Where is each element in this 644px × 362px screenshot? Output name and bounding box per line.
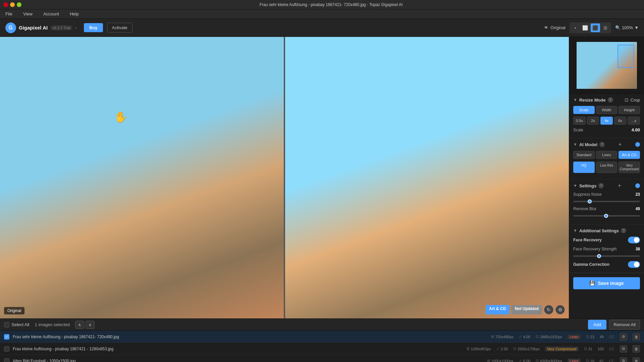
- remove-blur-slider[interactable]: [573, 215, 640, 217]
- scale-mode-btn[interactable]: Scale: [573, 106, 595, 114]
- original-toggle[interactable]: 👁 Original: [544, 25, 566, 30]
- settings-chevron[interactable]: ▼: [573, 183, 577, 188]
- lowres-quality-btn[interactable]: Low Res: [596, 162, 618, 173]
- canvas-left: ✋ Original: [0, 37, 284, 318]
- file-checkbox-1[interactable]: ✓: [4, 334, 9, 340]
- logo-area: G Gigapixel AI v6.3.3 Trial ›: [5, 22, 76, 33]
- menu-view[interactable]: View: [21, 11, 35, 17]
- file-row[interactable]: Frau kleine Auflösung - pixabay 1867421 …: [0, 343, 644, 355]
- header-right: 👁 Original ▪ ⬜ ⬛ ⊞ 🔍 100% ▼: [544, 22, 639, 33]
- file-checkbox-2[interactable]: [4, 346, 9, 352]
- artcg-model-btn[interactable]: Art & CG: [619, 151, 640, 159]
- panel-scroll[interactable]: ▼ Resize Mode ? ⊡ Crop Scale Width Heigh…: [569, 94, 644, 318]
- maximize-button[interactable]: [17, 2, 21, 7]
- scale-2: ⤢ 2.00: [496, 347, 508, 351]
- scale-custom-btn[interactable]: ...x: [628, 117, 640, 125]
- artcg-badge: Art & CG: [486, 305, 509, 314]
- menu-file[interactable]: File: [3, 11, 14, 17]
- settings-btn-1[interactable]: ⚙: [620, 333, 627, 341]
- face-recovery-strength-slider[interactable]: [573, 255, 640, 257]
- gamma-correction-label: Gamma Correction: [573, 262, 609, 267]
- collapse-btn[interactable]: ∧: [75, 321, 84, 329]
- suppress-noise-slider[interactable]: [573, 201, 640, 202]
- add-file-button[interactable]: Add: [588, 320, 606, 329]
- file-rows-container: ✓ Frau sehr kleine Auflösung - pixabay 1…: [0, 331, 644, 362]
- view-grid[interactable]: ⊞: [601, 23, 610, 32]
- ai-model-title: AI Model: [579, 142, 597, 147]
- title-text: Frau sehr kleine Auflösung - pixabay 186…: [21, 2, 641, 7]
- canvas-right: Art & CG Not Updated ↻ ⚙: [285, 37, 569, 318]
- model-badge-3: Lines: [568, 359, 580, 362]
- ai-model-chevron[interactable]: ▼: [573, 142, 577, 147]
- remove-blur-row: Remove Blur 49: [573, 206, 640, 218]
- scale-2x-btn[interactable]: 2x: [587, 117, 599, 125]
- menu-help[interactable]: Help: [68, 11, 81, 17]
- scale-4x-btn[interactable]: 4x: [600, 117, 613, 125]
- view-split-h[interactable]: ⬛: [591, 23, 600, 32]
- remove-blur-label-row: Remove Blur 49: [573, 206, 640, 211]
- file-list-area: Select All 1 images selected ∧ ∨ Add Rem…: [0, 318, 644, 362]
- ai-model-add-icon[interactable]: +: [619, 141, 622, 147]
- additional-chevron[interactable]: ▼: [573, 228, 577, 233]
- resize-help-icon[interactable]: ?: [608, 97, 613, 103]
- settings-title: Settings: [579, 183, 596, 188]
- select-all-checkbox[interactable]: Select All: [4, 322, 29, 327]
- hq-quality-btn[interactable]: HQ: [573, 162, 595, 173]
- buy-button[interactable]: Buy: [84, 23, 103, 32]
- save-image-button[interactable]: 💾 Save Image: [573, 277, 640, 289]
- standard-model-btn[interactable]: Standard: [573, 151, 595, 159]
- vcompressed-quality-btn[interactable]: Very Compressed: [619, 162, 640, 173]
- menu-account[interactable]: Account: [41, 11, 61, 17]
- close-button[interactable]: [3, 2, 8, 7]
- file-name-3: Altes Bild Fussball - 1050x1500.jpg: [13, 359, 484, 362]
- settings-add-icon[interactable]: +: [618, 183, 621, 189]
- ai-model-help-icon[interactable]: ?: [599, 142, 605, 147]
- canvas-area: ✋ Original Art & CG Not Updated ↻ ⚙: [0, 37, 569, 318]
- additional-help-icon[interactable]: ?: [621, 228, 626, 233]
- expand-btn[interactable]: ∨: [86, 321, 95, 329]
- output-res-3: ⊡ 6300x9000px: [536, 359, 562, 362]
- additional-settings-title: Additional Settings: [579, 228, 619, 233]
- minimize-button[interactable]: [10, 2, 15, 7]
- file-checkbox-3[interactable]: [4, 358, 9, 362]
- not-updated-badge: Not Updated: [512, 305, 542, 314]
- remove-all-button[interactable]: Remove All: [609, 320, 640, 329]
- lines-model-btn[interactable]: Lines: [596, 151, 618, 159]
- file-row[interactable]: Altes Bild Fussball - 1050x1500.jpg ⊞ 10…: [0, 355, 644, 362]
- scale-1: ⤢ 4.00: [519, 335, 530, 339]
- resize-chevron[interactable]: ▼: [573, 98, 577, 102]
- delete-btn-2[interactable]: 🗑: [633, 345, 640, 353]
- settings-btn-3[interactable]: ⚙: [620, 357, 627, 362]
- settings-status-dot: [635, 183, 640, 188]
- scale-buttons: 0.5x 2x 4x 6x ...x: [573, 117, 640, 125]
- view-split-v[interactable]: ⬜: [581, 23, 590, 32]
- ai-model-section: ▼ AI Model ? + Standard Lines Art & CG H…: [569, 138, 644, 179]
- preview-badges: Art & CG Not Updated ↻ ⚙: [486, 305, 565, 314]
- delete-btn-3[interactable]: 🗑: [633, 357, 640, 362]
- refresh-icon[interactable]: ↻: [544, 305, 553, 314]
- gamma-correction-toggle[interactable]: [628, 261, 640, 268]
- resize-mode-buttons: Scale Width Height: [573, 106, 640, 114]
- height-mode-btn[interactable]: Height: [619, 106, 640, 114]
- width-mode-btn[interactable]: Width: [596, 106, 618, 114]
- resize-mode-header: ▼ Resize Mode ? ⊡ Crop: [573, 97, 640, 103]
- additional-settings-header: ▼ Additional Settings ?: [573, 228, 640, 233]
- blur-2: 100: [598, 347, 604, 351]
- settings-icon[interactable]: ⚙: [555, 305, 565, 314]
- delete-btn-1[interactable]: 🗑: [633, 333, 640, 341]
- crop-label[interactable]: Crop: [631, 98, 640, 103]
- scale-6x-btn[interactable]: 6x: [614, 117, 627, 125]
- file-row[interactable]: ✓ Frau sehr kleine Auflösung - pixabay 1…: [0, 331, 644, 343]
- blur-3: 61: [600, 359, 604, 362]
- settings-btn-2[interactable]: ⚙: [620, 345, 627, 353]
- face-recovery-toggle[interactable]: [628, 237, 640, 243]
- scale-05x-btn[interactable]: 0.5x: [573, 117, 586, 125]
- view-single[interactable]: ▪: [571, 23, 580, 32]
- activate-button[interactable]: Activate: [107, 23, 132, 33]
- face-recovery-toggle-row: Face Recovery: [573, 237, 640, 243]
- noise-3: ⊡ 16: [586, 359, 594, 362]
- cc-icon-1: CC: [609, 335, 614, 339]
- scale-label: Scale: [573, 128, 583, 132]
- settings-help-icon[interactable]: ?: [598, 183, 604, 188]
- file-name-2: Frau kleine Auflösung - pixabay 1867421 …: [13, 347, 463, 351]
